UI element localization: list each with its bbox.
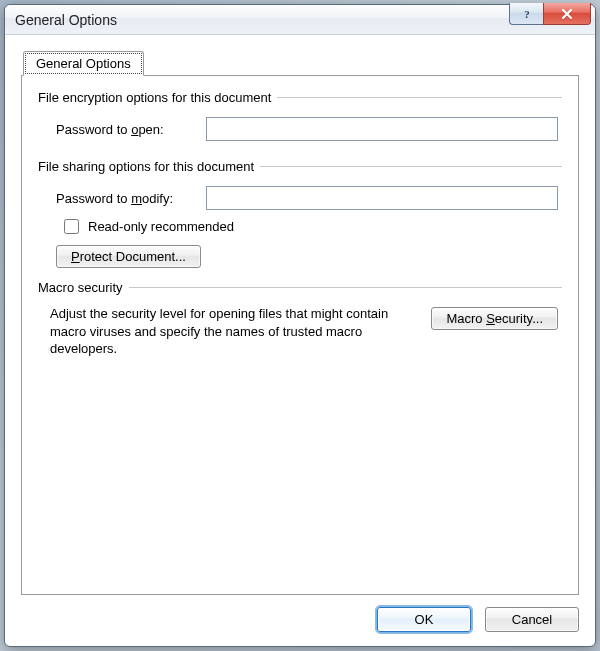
dialog-footer: OK Cancel [21,595,579,632]
read-only-label[interactable]: Read-only recommended [88,219,234,234]
row-macro: Adjust the security level for opening fi… [50,305,558,358]
close-button[interactable] [543,3,591,25]
window-controls: ? [509,3,591,25]
group-sharing-legend: File sharing options for this document [38,159,260,174]
tab-general-options[interactable]: General Options [23,51,144,76]
protect-document-button[interactable]: Protect Document... [56,245,201,268]
password-modify-input[interactable] [206,186,558,210]
close-icon [560,8,574,20]
cancel-button[interactable]: Cancel [485,607,579,632]
window-title: General Options [15,12,117,28]
client-area: General Options File encryption options … [5,35,595,646]
password-modify-label: Password to modify: [56,191,206,206]
group-sharing: File sharing options for this document P… [38,159,562,268]
help-icon: ? [521,8,533,20]
tab-strip: General Options [23,51,144,76]
titlebar: General Options ? [5,5,595,35]
ok-button[interactable]: OK [377,607,471,632]
macro-security-button[interactable]: Macro Security... [431,307,558,330]
row-password-modify: Password to modify: [56,186,558,210]
group-macro-legend: Macro security [38,280,129,295]
group-encryption: File encryption options for this documen… [38,90,562,147]
help-button[interactable]: ? [509,3,543,25]
tab-container: General Options File encryption options … [21,51,579,595]
row-read-only: Read-only recommended [60,216,558,237]
svg-text:?: ? [524,8,530,20]
macro-description: Adjust the security level for opening fi… [50,305,413,358]
group-macro: Macro security Adjust the security level… [38,280,562,358]
read-only-checkbox[interactable] [64,219,79,234]
dialog-window: General Options ? General Options File e… [4,4,596,647]
tab-pane: File encryption options for this documen… [21,75,579,595]
password-open-input[interactable] [206,117,558,141]
password-open-label: Password to open: [56,122,206,137]
group-encryption-legend: File encryption options for this documen… [38,90,277,105]
row-password-open: Password to open: [56,117,558,141]
